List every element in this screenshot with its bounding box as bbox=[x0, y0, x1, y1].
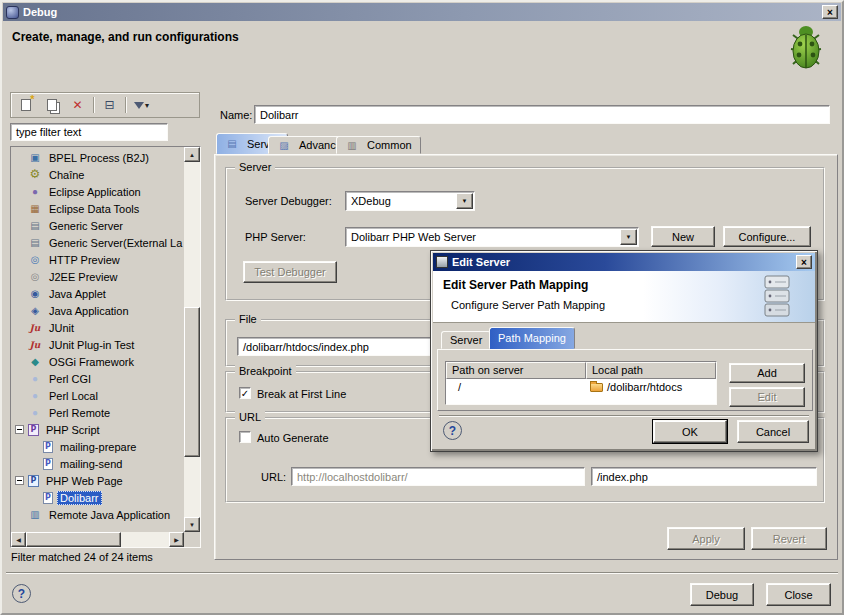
advanced-tab-icon bbox=[277, 139, 291, 152]
server-icon bbox=[436, 256, 448, 268]
help-button[interactable]: ? bbox=[12, 584, 31, 603]
tree-item-label: Perl CGI bbox=[46, 372, 94, 386]
debug-button[interactable]: Debug bbox=[690, 583, 754, 606]
tree-item[interactable]: J2EE Preview bbox=[12, 268, 184, 285]
tree-item-icon bbox=[28, 168, 42, 181]
auto-generate-checkbox[interactable] bbox=[239, 431, 251, 443]
tree-item-label: Generic Server bbox=[46, 219, 126, 233]
tree-item[interactable]: Remote Java Application bbox=[12, 506, 184, 523]
tree-item-icon bbox=[28, 321, 42, 334]
tree-item-icon bbox=[28, 151, 42, 164]
configure-button[interactable]: Configure... bbox=[723, 226, 811, 247]
tree-item[interactable]: Java Application bbox=[12, 302, 184, 319]
scroll-down-icon[interactable]: ▼ bbox=[184, 517, 200, 532]
test-debugger-button[interactable]: Test Debugger bbox=[243, 261, 337, 283]
collapse-toggle-icon[interactable] bbox=[15, 425, 24, 434]
folder-icon bbox=[590, 383, 603, 392]
window-titlebar[interactable]: Debug × bbox=[3, 3, 841, 21]
dialog-tab-server[interactable]: Server bbox=[441, 331, 491, 349]
file-group-title: File bbox=[235, 313, 261, 326]
scrollbar-thumb[interactable] bbox=[26, 532, 121, 547]
tab-label: Path Mapping bbox=[498, 332, 566, 344]
ok-button[interactable]: OK bbox=[653, 420, 727, 443]
tree-item[interactable]: Generic Server(External La bbox=[12, 234, 184, 251]
toolbar-separator bbox=[125, 97, 126, 113]
close-button[interactable]: Close bbox=[766, 583, 831, 606]
filter-input[interactable]: type filter text bbox=[10, 123, 168, 141]
revert-button[interactable]: Revert bbox=[751, 527, 827, 550]
name-input[interactable]: Dolibarr bbox=[254, 105, 830, 124]
cancel-button[interactable]: Cancel bbox=[737, 420, 809, 443]
vertical-scrollbar[interactable]: ▲ ▼ bbox=[184, 147, 200, 532]
scroll-left-icon[interactable]: ◀ bbox=[11, 532, 26, 547]
tree-item[interactable]: PHP Script bbox=[12, 421, 184, 438]
chevron-down-icon[interactable]: ▼ bbox=[620, 229, 637, 245]
dialog-heading: Edit Server Path Mapping bbox=[443, 278, 588, 292]
tree-item[interactable]: PHP Web Page bbox=[12, 472, 184, 489]
new-server-button[interactable]: New bbox=[651, 226, 715, 247]
tree-item[interactable]: Generic Server bbox=[12, 217, 184, 234]
tree-item[interactable]: JUnit Plug-in Test bbox=[12, 336, 184, 353]
table-row[interactable]: / /dolibarr/htdocs bbox=[446, 379, 716, 395]
new-configuration-button[interactable] bbox=[14, 96, 37, 115]
tree-item[interactable]: Eclipse Application bbox=[12, 183, 184, 200]
tree-item-label: J2EE Preview bbox=[46, 270, 120, 284]
apply-button[interactable]: Apply bbox=[667, 527, 745, 550]
horizontal-scrollbar[interactable]: ◀ ▶ bbox=[11, 532, 184, 547]
scroll-up-icon[interactable]: ▲ bbox=[184, 147, 200, 162]
tree-item[interactable]: Java Applet bbox=[12, 285, 184, 302]
tree-item[interactable]: Perl CGI bbox=[12, 370, 184, 387]
server-debugger-label: Server Debugger: bbox=[245, 195, 332, 207]
close-icon[interactable]: × bbox=[796, 255, 812, 269]
tree-item[interactable]: JUnit bbox=[12, 319, 184, 336]
tree-item-icon bbox=[28, 202, 42, 215]
tree-item[interactable]: Perl Local bbox=[12, 387, 184, 404]
scrollbar-thumb[interactable] bbox=[184, 307, 200, 457]
bug-icon bbox=[784, 22, 828, 72]
tree-item[interactable]: OSGi Framework bbox=[12, 353, 184, 370]
tree-item-label: mailing-send bbox=[57, 457, 125, 471]
tree-item-icon bbox=[28, 253, 42, 266]
php-server-select[interactable]: Dolibarr PHP Web Server ▼ bbox=[345, 227, 639, 247]
server-image-icon bbox=[763, 274, 791, 320]
url-base-input[interactable]: http://localhostdolibarr/ bbox=[291, 467, 585, 486]
tree-item-icon bbox=[28, 270, 42, 283]
tree-item-icon bbox=[28, 236, 42, 249]
tree-item-selected[interactable]: Dolibarr bbox=[12, 489, 184, 506]
dialog-titlebar[interactable]: Edit Server × bbox=[433, 253, 815, 271]
edit-mapping-button[interactable]: Edit bbox=[729, 387, 805, 407]
server-tab-icon bbox=[225, 137, 239, 150]
tree-item[interactable]: Perl Remote bbox=[12, 404, 184, 421]
add-mapping-button[interactable]: Add bbox=[729, 363, 805, 383]
auto-generate-label: Auto Generate bbox=[257, 432, 329, 444]
delete-button[interactable]: ✕ bbox=[66, 96, 89, 115]
table-header: Path on server Local path bbox=[446, 362, 716, 379]
dialog-help-button[interactable]: ? bbox=[443, 421, 462, 440]
tree-item[interactable]: mailing-send bbox=[12, 455, 184, 472]
server-debugger-select[interactable]: XDebug ▼ bbox=[345, 191, 475, 211]
dialog-title: Edit Server bbox=[452, 256, 792, 268]
collapse-all-button[interactable]: ⊟ bbox=[98, 96, 121, 115]
close-icon[interactable]: × bbox=[822, 5, 838, 19]
tree-item[interactable]: HTTP Preview bbox=[12, 251, 184, 268]
tree-item-label: Dolibarr bbox=[57, 491, 102, 505]
scroll-right-icon[interactable]: ▶ bbox=[169, 532, 184, 547]
column-path-on-server[interactable]: Path on server bbox=[446, 362, 586, 379]
filter-menu-button[interactable]: ▾ bbox=[130, 96, 153, 115]
tree-item-icon bbox=[43, 458, 53, 470]
tree-item[interactable]: Chaîne bbox=[12, 166, 184, 183]
tree-item[interactable]: mailing-prepare bbox=[12, 438, 184, 455]
column-local-path[interactable]: Local path bbox=[586, 362, 716, 379]
delete-icon: ✕ bbox=[72, 98, 82, 112]
dialog-subheading: Configure Server Path Mapping bbox=[451, 299, 605, 311]
tree-item[interactable]: BPEL Process (B2J) bbox=[12, 149, 184, 166]
dialog-tab-path-mapping[interactable]: Path Mapping bbox=[489, 327, 575, 349]
common-tab-icon bbox=[345, 139, 359, 152]
chevron-down-icon[interactable]: ▼ bbox=[456, 193, 473, 209]
tree-item[interactable]: Eclipse Data Tools bbox=[12, 200, 184, 217]
url-path-input[interactable]: /index.php bbox=[591, 467, 817, 486]
tab-common[interactable]: Common bbox=[336, 136, 421, 154]
break-first-line-checkbox[interactable] bbox=[239, 387, 251, 399]
collapse-toggle-icon[interactable] bbox=[15, 476, 24, 485]
duplicate-button[interactable] bbox=[40, 96, 63, 115]
